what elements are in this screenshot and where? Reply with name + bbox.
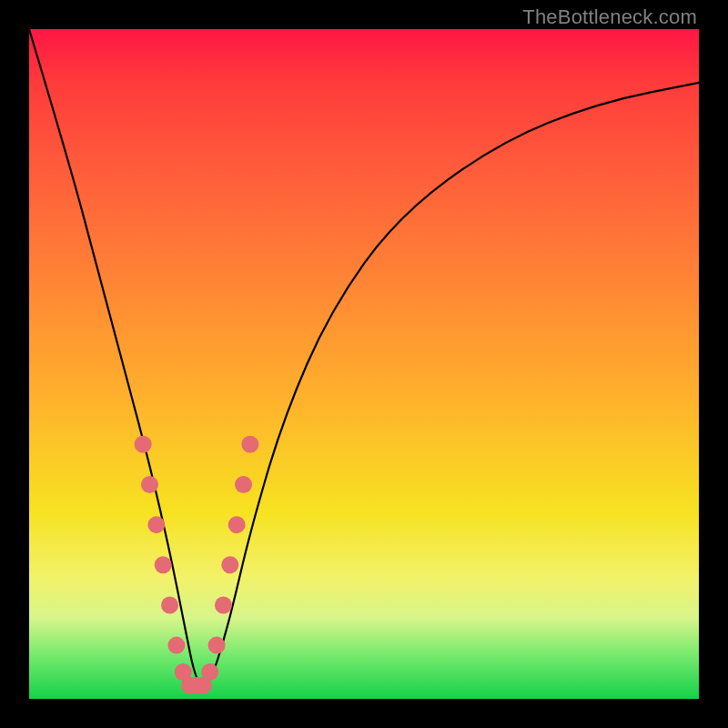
highlight-dot (228, 516, 246, 533)
highlight-dot (155, 556, 172, 573)
highlight-dot (141, 476, 158, 493)
highlight-dot (235, 476, 252, 493)
highlight-dot (208, 637, 226, 654)
highlight-dot (215, 596, 232, 613)
highlight-dot (167, 637, 185, 654)
highlight-dot (135, 436, 152, 453)
highlight-dot (161, 596, 178, 613)
highlight-dot (221, 556, 238, 573)
highlight-dot (201, 663, 218, 681)
chart-frame: TheBottleneck.com (0, 0, 728, 728)
highlight-dot (241, 436, 258, 453)
plot-area (29, 29, 699, 699)
curve-svg (29, 29, 699, 699)
highlight-dot (147, 516, 165, 533)
bottleneck-curve (29, 29, 699, 685)
watermark-text: TheBottleneck.com (522, 5, 697, 29)
highlight-dots (135, 436, 259, 694)
